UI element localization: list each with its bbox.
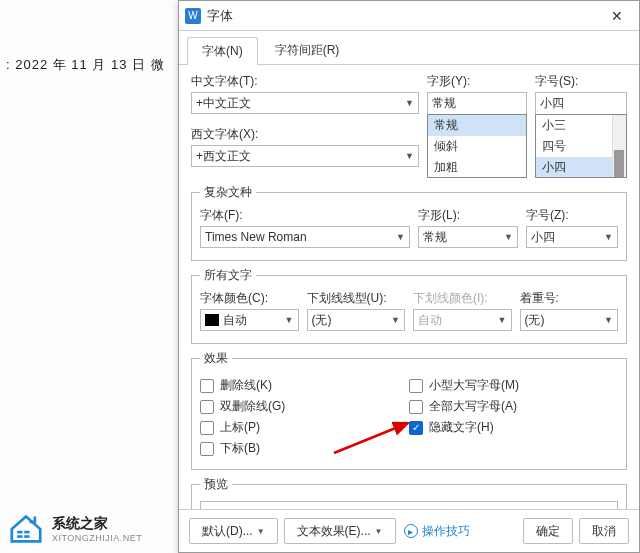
complex-style-value: 常规: [423, 229, 447, 246]
font-color-value: 自动: [223, 312, 247, 329]
dialog-title: 字体: [207, 7, 233, 25]
complex-style-label: 字形(L):: [418, 207, 518, 224]
cjk-font-value: +中文正文: [196, 95, 251, 112]
complex-size-value: 小四: [531, 229, 555, 246]
complex-size-label: 字号(Z):: [526, 207, 618, 224]
style-label: 字形(Y):: [427, 73, 527, 90]
underline-color-value: 自动: [418, 312, 442, 329]
font-color-combo[interactable]: 自动 ▼: [200, 309, 299, 331]
close-icon: ✕: [611, 8, 623, 24]
style-value: 常规: [432, 95, 456, 112]
chevron-down-icon: ▼: [391, 315, 400, 325]
underline-label: 下划线线型(U):: [307, 290, 406, 307]
complex-font-combo[interactable]: Times New Roman ▼: [200, 226, 410, 248]
svg-rect-1: [17, 531, 22, 534]
smallcaps-checkbox[interactable]: [409, 379, 423, 393]
complex-font-label: 字体(F):: [200, 207, 410, 224]
close-button[interactable]: ✕: [595, 1, 639, 31]
font-dialog: W 字体 ✕ 字体(N) 字符间距(R) 中文字体(T): +中文正文 ▼ 西文…: [178, 0, 640, 553]
emphasis-combo[interactable]: (无) ▼: [520, 309, 619, 331]
preview-legend: 预览: [200, 476, 232, 493]
latin-font-value: +西文正文: [196, 148, 251, 165]
double-strike-checkbox[interactable]: [200, 400, 214, 414]
complex-legend: 复杂文种: [200, 184, 256, 201]
house-icon: [8, 513, 44, 545]
allcaps-label: 全部大写字母(A): [429, 398, 517, 415]
chevron-down-icon: ▼: [405, 98, 414, 108]
cjk-font-label: 中文字体(T):: [191, 73, 419, 90]
size-label: 字号(S):: [535, 73, 627, 90]
cancel-button[interactable]: 取消: [579, 518, 629, 544]
preview-group: 预览: [191, 476, 627, 509]
scrollbar[interactable]: [612, 115, 626, 177]
style-listbox[interactable]: 常规 倾斜 加粗: [427, 114, 527, 178]
chevron-down-icon: ▼: [498, 315, 507, 325]
complex-size-combo[interactable]: 小四 ▼: [526, 226, 618, 248]
button-bar: 默认(D)...▼ 文本效果(E)...▼ ▸ 操作技巧 确定 取消: [179, 509, 639, 552]
titlebar: W 字体 ✕: [179, 1, 639, 31]
tab-spacing[interactable]: 字符间距(R): [260, 36, 355, 64]
watermark: 系统之家 XITONGZHIJIA.NET: [8, 513, 142, 545]
style-option[interactable]: 常规: [428, 115, 526, 136]
document-text: : 2022 年 11 月 13 日 微: [6, 56, 165, 74]
size-input[interactable]: 小四: [535, 92, 627, 114]
chevron-down-icon: ▼: [604, 315, 613, 325]
effects-legend: 效果: [200, 350, 232, 367]
complex-scripts-group: 复杂文种 字体(F): Times New Roman ▼ 字形(L): 常规 …: [191, 184, 627, 261]
operation-tips-label: 操作技巧: [422, 523, 470, 540]
all-text-legend: 所有文字: [200, 267, 256, 284]
all-text-group: 所有文字 字体颜色(C): 自动 ▼ 下划线线型(U): (无) ▼: [191, 267, 627, 344]
chevron-down-icon: ▼: [396, 232, 405, 242]
superscript-checkbox[interactable]: [200, 421, 214, 435]
chevron-down-icon: ▼: [375, 527, 383, 536]
effects-group: 效果 删除线(K) 双删除线(G) 上标(P) 下标(B) 小型大写字母(M) …: [191, 350, 627, 470]
play-icon: ▸: [404, 524, 418, 538]
emphasis-label: 着重号:: [520, 290, 619, 307]
complex-style-combo[interactable]: 常规 ▼: [418, 226, 518, 248]
operation-tips-link[interactable]: ▸ 操作技巧: [404, 523, 470, 540]
chevron-down-icon: ▼: [285, 315, 294, 325]
strike-checkbox[interactable]: [200, 379, 214, 393]
chevron-down-icon: ▼: [257, 527, 265, 536]
chevron-down-icon: ▼: [604, 232, 613, 242]
preview-box: [200, 501, 618, 509]
latin-font-label: 西文字体(X):: [191, 126, 419, 143]
smallcaps-label: 小型大写字母(M): [429, 377, 519, 394]
double-strike-label: 双删除线(G): [220, 398, 285, 415]
watermark-name: 系统之家: [52, 515, 142, 533]
svg-rect-4: [24, 535, 29, 538]
color-swatch: [205, 314, 219, 326]
complex-font-value: Times New Roman: [205, 230, 307, 244]
strike-label: 删除线(K): [220, 377, 272, 394]
svg-rect-2: [17, 535, 22, 538]
style-input[interactable]: 常规: [427, 92, 527, 114]
size-listbox[interactable]: 小三 四号 小四: [535, 114, 627, 178]
chevron-down-icon: ▼: [405, 151, 414, 161]
ok-button[interactable]: 确定: [523, 518, 573, 544]
superscript-label: 上标(P): [220, 419, 260, 436]
latin-font-combo[interactable]: +西文正文 ▼: [191, 145, 419, 167]
underline-value: (无): [312, 312, 332, 329]
subscript-checkbox[interactable]: [200, 442, 214, 456]
scrollbar-thumb[interactable]: [614, 150, 624, 178]
underline-color-label: 下划线颜色(I):: [413, 290, 512, 307]
svg-rect-3: [24, 531, 29, 534]
style-option[interactable]: 加粗: [428, 157, 526, 178]
default-button[interactable]: 默认(D)...▼: [189, 518, 278, 544]
hidden-label: 隐藏文字(H): [429, 419, 494, 436]
hidden-checkbox[interactable]: ✓: [409, 421, 423, 435]
size-value: 小四: [540, 95, 564, 112]
chevron-down-icon: ▼: [504, 232, 513, 242]
app-icon: W: [185, 8, 201, 24]
style-option[interactable]: 倾斜: [428, 136, 526, 157]
cjk-font-combo[interactable]: +中文正文 ▼: [191, 92, 419, 114]
subscript-label: 下标(B): [220, 440, 260, 457]
tab-font[interactable]: 字体(N): [187, 37, 258, 65]
watermark-url: XITONGZHIJIA.NET: [52, 533, 142, 543]
underline-combo[interactable]: (无) ▼: [307, 309, 406, 331]
font-color-label: 字体颜色(C):: [200, 290, 299, 307]
tabstrip: 字体(N) 字符间距(R): [179, 31, 639, 65]
allcaps-checkbox[interactable]: [409, 400, 423, 414]
text-effect-button[interactable]: 文本效果(E)...▼: [284, 518, 396, 544]
underline-color-combo: 自动 ▼: [413, 309, 512, 331]
